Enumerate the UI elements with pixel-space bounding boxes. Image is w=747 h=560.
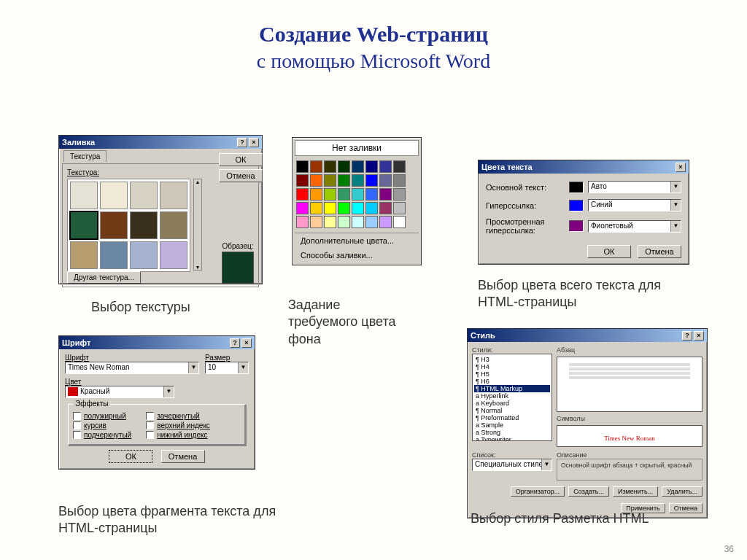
text-color-combo[interactable]: Синий▼	[588, 199, 681, 211]
texture-swatch[interactable]	[70, 182, 98, 209]
effect-checkbox[interactable]: зачеркнутый	[146, 412, 210, 420]
chevron-down-icon[interactable]: ▼	[163, 386, 174, 397]
fill-color-swatch[interactable]	[379, 202, 392, 214]
font-ok-button[interactable]: ОК	[109, 450, 152, 463]
style-list-item[interactable]: a Typewriter	[474, 436, 550, 441]
texture-swatch[interactable]	[100, 241, 128, 269]
fill-color-swatch[interactable]	[393, 202, 406, 214]
text-color-cancel-button[interactable]: Отмена	[638, 245, 681, 258]
list-type-combo[interactable]: Специальных стилей ▼	[472, 459, 552, 471]
close-icon[interactable]: ×	[249, 138, 259, 147]
style-list-item[interactable]: ¶ Normal	[474, 407, 550, 414]
texture-swatch[interactable]	[100, 211, 128, 239]
fill-color-swatch[interactable]	[324, 174, 336, 187]
effect-checkbox[interactable]: подчеркнутый	[73, 431, 131, 439]
text-color-combo[interactable]: Фиолетовый▼	[588, 220, 681, 233]
texture-swatch[interactable]	[160, 241, 187, 269]
texture-swatch[interactable]	[70, 241, 98, 269]
effect-checkbox[interactable]: верхний индекс	[146, 421, 210, 429]
fill-color-swatch[interactable]	[324, 202, 336, 214]
fill-color-swatch[interactable]	[324, 160, 336, 173]
fill-color-swatch[interactable]	[379, 216, 392, 228]
effect-checkbox[interactable]: нижний индекс	[146, 431, 210, 439]
help-icon[interactable]: ?	[682, 331, 692, 341]
help-icon[interactable]: ?	[230, 338, 240, 348]
fill-color-swatch[interactable]	[393, 174, 406, 187]
fill-color-swatch[interactable]	[324, 188, 336, 201]
fill-color-swatch[interactable]	[338, 188, 350, 201]
style-list-item[interactable]: ¶ H5	[474, 370, 550, 378]
texture-swatch[interactable]	[130, 241, 158, 269]
fill-color-swatch[interactable]	[352, 216, 364, 228]
close-icon[interactable]: ×	[694, 331, 704, 341]
fill-color-swatch[interactable]	[296, 160, 309, 173]
fill-color-swatch[interactable]	[352, 160, 364, 173]
style-list-item[interactable]: a Keyboard	[474, 400, 550, 407]
fill-color-swatch[interactable]	[310, 188, 322, 201]
help-icon[interactable]: ?	[237, 138, 247, 147]
delete-style-button[interactable]: Удалить...	[662, 486, 703, 497]
fill-color-swatch[interactable]	[338, 174, 350, 187]
style-list-item[interactable]: ¶ H3	[474, 356, 550, 363]
fill-color-swatch[interactable]	[296, 202, 309, 214]
tab-texture[interactable]: Текстура	[63, 150, 107, 162]
texture-swatch[interactable]	[100, 182, 128, 209]
fill-color-swatch[interactable]	[393, 160, 406, 173]
chevron-down-icon[interactable]: ▼	[670, 182, 681, 192]
fill-color-swatch[interactable]	[379, 160, 392, 173]
chevron-down-icon[interactable]: ▼	[541, 459, 551, 470]
styles-listbox[interactable]: ¶ H3¶ H4¶ H5¶ H6¶ HTML Markupa Hyperlink…	[472, 354, 552, 441]
more-colors-row[interactable]: Дополнительные цвета...	[295, 233, 419, 248]
close-icon[interactable]: ×	[676, 163, 686, 172]
font-size-combo[interactable]: 10 ▼	[205, 362, 249, 374]
text-color-combo[interactable]: Авто▼	[588, 181, 681, 193]
fill-color-swatch[interactable]	[296, 216, 309, 228]
style-list-item[interactable]: ¶ H6	[474, 378, 550, 385]
scroll-down-icon[interactable]: ▼	[196, 265, 201, 270]
font-color-combo[interactable]: Красный ▼	[65, 386, 174, 398]
chevron-down-icon[interactable]: ▼	[188, 362, 198, 373]
style-list-item[interactable]: ¶ Preformatted	[474, 414, 550, 421]
text-color-ok-button[interactable]: ОК	[587, 245, 631, 258]
fill-color-swatch[interactable]	[296, 188, 309, 201]
texture-swatch[interactable]	[70, 211, 98, 239]
style-list-item[interactable]: a Hyperlink	[474, 392, 550, 400]
organizer-button[interactable]: Организатор...	[511, 486, 565, 497]
texture-swatch[interactable]	[130, 211, 158, 239]
effect-checkbox[interactable]: полужирный	[73, 412, 131, 420]
fill-effects-row[interactable]: Способы заливки...	[295, 248, 419, 262]
texture-swatch[interactable]	[160, 182, 187, 209]
style-list-item[interactable]: a Strong	[474, 429, 550, 436]
fill-color-grid[interactable]	[295, 159, 419, 230]
font-cancel-button[interactable]: Отмена	[161, 450, 205, 463]
no-fill-button[interactable]: Нет заливки	[295, 140, 419, 156]
fill-color-swatch[interactable]	[365, 174, 378, 187]
texture-grid[interactable]	[67, 179, 190, 272]
fill-color-swatch[interactable]	[338, 216, 350, 228]
fill-color-swatch[interactable]	[379, 174, 392, 187]
fill-color-swatch[interactable]	[365, 188, 378, 201]
fill-color-swatch[interactable]	[393, 188, 406, 201]
fill-color-swatch[interactable]	[365, 202, 378, 214]
texture-swatch[interactable]	[130, 182, 158, 209]
fill-color-swatch[interactable]	[393, 216, 406, 228]
fill-color-swatch[interactable]	[338, 160, 350, 173]
chevron-down-icon[interactable]: ▼	[670, 200, 681, 211]
fill-color-swatch[interactable]	[310, 216, 322, 228]
fill-color-swatch[interactable]	[324, 216, 336, 228]
fill-color-swatch[interactable]	[310, 174, 322, 187]
other-texture-button[interactable]: Другая текстура...	[67, 271, 141, 284]
style-list-item[interactable]: a Sample	[474, 421, 550, 429]
create-style-button[interactable]: Создать...	[568, 486, 609, 497]
fill-color-swatch[interactable]	[310, 160, 322, 173]
chevron-down-icon[interactable]: ▼	[670, 221, 681, 232]
effect-checkbox[interactable]: курсив	[73, 421, 131, 429]
style-list-item[interactable]: ¶ HTML Markup	[474, 385, 550, 392]
fill-color-swatch[interactable]	[365, 216, 378, 228]
style-list-item[interactable]: ¶ H4	[474, 363, 550, 370]
texture-cancel-button[interactable]: Отмена	[219, 169, 263, 182]
fill-color-swatch[interactable]	[379, 188, 392, 201]
texture-swatch[interactable]	[160, 211, 187, 239]
fill-color-swatch[interactable]	[352, 188, 364, 201]
fill-color-swatch[interactable]	[352, 202, 364, 214]
